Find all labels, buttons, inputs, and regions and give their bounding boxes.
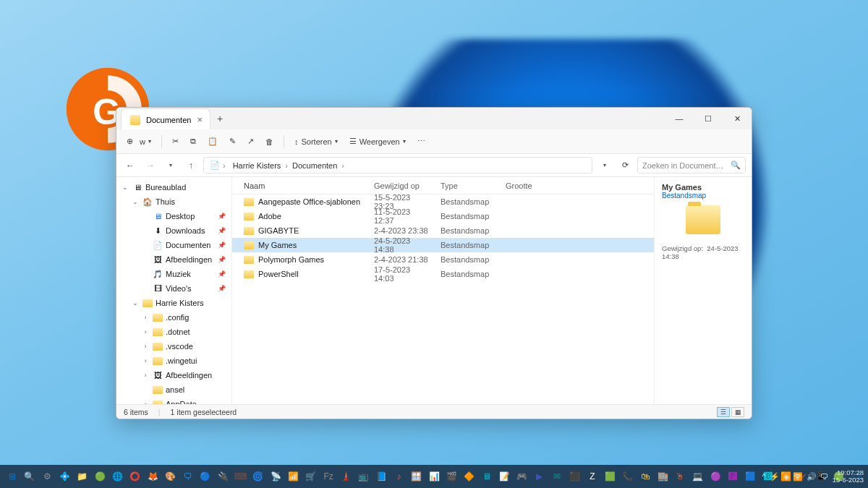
taskbar-app-icon[interactable]: 🌀 [250,468,265,484]
breadcrumb[interactable]: 📄 › Harrie Kisters› Documenten› [203,157,592,174]
sidebar-item[interactable]: 🎵Muziek📌 [116,267,231,281]
taskbar-app-icon[interactable]: 📊 [426,468,441,484]
tray-icon[interactable]: ◈ [783,472,789,481]
taskbar-app-icon[interactable]: 🔶 [461,468,477,484]
taskbar-app-icon[interactable]: 🔵 [197,468,213,484]
taskbar-app-icon[interactable]: 🗨 [180,468,195,484]
twisty-icon[interactable]: › [141,357,150,364]
taskbar-app-icon[interactable]: 📶 [286,468,301,484]
crumb-root-icon[interactable]: 📄 › [207,159,229,171]
sidebar-item[interactable]: 🖥Desktop📌 [116,209,231,223]
taskbar-app-icon[interactable]: 💻 [690,468,705,484]
table-row[interactable]: Polymorph Games2-4-2023 21:38Bestandsmap [232,252,654,267]
table-row[interactable]: My Games24-5-2023 14:38Bestandsmap [232,238,654,252]
new-tab-button[interactable]: + [210,113,229,124]
sidebar-item[interactable]: ›.vscode [116,339,231,354]
taskbar-app-icon[interactable]: 📁 [75,468,90,484]
col-type[interactable]: Type [436,181,501,190]
sidebar-item[interactable]: ›AppData [116,397,231,404]
sort-button[interactable]: ↕Sorteren ▾ [290,134,342,149]
sidebar-item[interactable]: ⌄🏠Thuis [116,194,231,209]
taskbar-app-icon[interactable]: ⭕ [127,468,142,484]
share-button[interactable]: ↗ [243,134,258,149]
col-name[interactable]: Naam [239,181,370,190]
sidebar-item[interactable]: ›.config [116,310,231,325]
close-button[interactable]: ✕ [723,108,752,129]
table-row[interactable]: GIGABYTE2-4-2023 23:38Bestandsmap [232,223,654,238]
twisty-icon[interactable]: › [141,328,150,335]
taskbar-app-icon[interactable]: 🟦 [743,468,758,484]
sidebar-item[interactable]: ⌄🖥Bureaublad [116,180,231,194]
dropdown-history-icon[interactable]: ▾ [597,162,613,168]
sidebar-item[interactable]: 🎞Video's📌 [116,281,231,296]
table-row[interactable]: Adobe11-5-2023 12:37Bestandsmap [232,209,654,223]
taskbar-app-icon[interactable]: 💠 [57,468,72,484]
sidebar-item[interactable]: ansel [116,382,231,397]
table-row[interactable]: Aangepaste Office-sjablonen15-5-2023 23:… [232,194,654,209]
maximize-button[interactable]: ☐ [694,108,723,129]
crumb-2[interactable]: Documenten [289,160,340,171]
view-button[interactable]: ☰Weergeven ▾ [345,134,410,149]
taskbar-app-icon[interactable]: 🖱 [673,468,688,484]
more-button[interactable]: ⋯ [413,134,430,149]
taskbar-app-icon[interactable]: 📘 [373,468,388,484]
sidebar[interactable]: ⌄🖥Bureaublad⌄🏠Thuis🖥Desktop📌⬇Downloads📌📄… [116,177,232,404]
forward-button[interactable]: → [142,160,158,171]
taskbar-app-icon[interactable]: 🎨 [163,468,178,484]
taskbar-app-icon[interactable]: 🔍 [22,468,37,484]
sidebar-item[interactable]: 🖼Afbeeldingen📌 [116,252,231,267]
taskbar-app-icon[interactable]: 📝 [497,468,512,484]
sidebar-item[interactable]: ›.dotnet [116,325,231,339]
refresh-button[interactable]: ⟳ [617,160,633,170]
sidebar-item[interactable]: ›.wingetui [116,354,231,368]
taskbar-app-icon[interactable]: 🌐 [110,468,125,484]
taskbar-app-icon[interactable]: Z [584,468,600,484]
taskbar-app-icon[interactable]: ⌨ [233,468,248,484]
taskbar-app-icon[interactable]: 🔌 [216,468,231,484]
twisty-icon[interactable]: › [141,343,150,350]
taskbar-app-icon[interactable]: 🎬 [444,468,459,484]
taskbar-app-icon[interactable]: ▶ [532,468,547,484]
twisty-icon[interactable]: ⌄ [131,198,140,205]
rename-button[interactable]: ✎ [225,134,240,149]
taskbar-app-icon[interactable]: 🟢 [92,468,107,484]
taskbar-app-icon[interactable]: 🪟 [409,468,424,484]
titlebar[interactable]: Documenten × + — ☐ ✕ [116,108,752,129]
file-list[interactable]: Aangepaste Office-sjablonen15-5-2023 23:… [232,194,654,404]
sidebar-item[interactable]: ›🖼Afbeeldingen [116,368,231,382]
taskbar-app-icon[interactable]: 🦊 [145,468,160,484]
col-modified[interactable]: Gewijzigd op [370,181,436,190]
delete-button[interactable]: 🗑 [261,134,278,149]
taskbar-app-icon[interactable]: 🛒 [303,468,318,484]
tray-icon[interactable]: 🗨 [820,472,828,481]
taskbar-app-icon[interactable]: 🟣 [707,468,723,484]
paste-button[interactable]: 📋 [203,134,222,149]
taskbar-app-icon[interactable]: 🛍 [637,468,652,484]
new-button[interactable]: ⊕w ▾ [122,134,156,150]
recent-button[interactable]: ▾ [163,162,179,168]
sidebar-item[interactable]: 📄Documenten📌 [116,238,231,252]
taskbar-app-icon[interactable]: 📞 [620,468,635,484]
system-tray[interactable]: ^⚡◈🛜🔊🗨 19:07:28 15-6-2023 [762,465,864,488]
taskbar-app-icon[interactable]: 📺 [356,468,371,484]
clock[interactable]: 19:07:28 15-6-2023 [833,469,864,484]
copy-button[interactable]: ⧉ [186,134,200,149]
tray-icon[interactable]: ^ [762,472,766,481]
search-input[interactable]: Zoeken in Document…🔍 [637,157,746,174]
tab-documenten[interactable]: Documenten × [121,108,210,130]
table-row[interactable]: PowerShell17-5-2023 14:03Bestandsmap [232,267,654,281]
taskbar-app-icon[interactable]: 📡 [268,468,284,484]
taskbar-app-icon[interactable]: 🟩 [602,468,617,484]
view-details-button[interactable]: ☰ [717,407,730,417]
taskbar-app-icon[interactable]: 🅿 [726,468,741,484]
taskbar-app-icon[interactable]: 🎮 [514,468,529,484]
tray-icon[interactable]: 🔊 [807,472,817,481]
taskbar-app-icon[interactable]: ⊞ [4,468,20,484]
twisty-icon[interactable]: ⌄ [121,184,129,191]
close-tab-icon[interactable]: × [197,114,203,125]
twisty-icon[interactable]: › [141,372,150,379]
up-button[interactable]: ↑ [183,160,199,171]
taskbar-app-icon[interactable]: 🏬 [655,468,670,484]
sidebar-item[interactable]: ⬇Downloads📌 [116,223,231,238]
tray-icon[interactable]: 🛜 [793,472,803,481]
